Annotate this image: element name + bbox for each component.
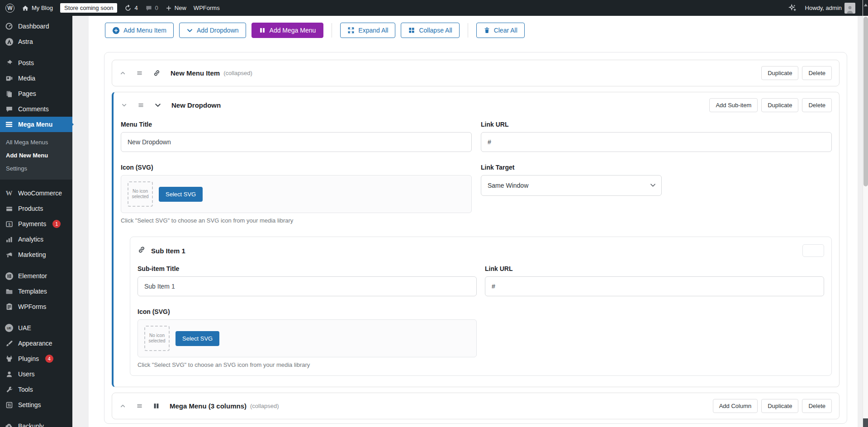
comment-count: 0 xyxy=(155,5,158,11)
sidebar-item-plugins[interactable]: Plugins 4 xyxy=(0,351,72,366)
collapse-toggle-icon[interactable] xyxy=(119,70,126,76)
add-dropdown-button[interactable]: Add Dropdown xyxy=(179,23,246,38)
store-coming-soon-badge[interactable]: Store coming soon xyxy=(60,3,117,13)
sidebar-item-dashboard[interactable]: Dashboard xyxy=(0,19,72,34)
collapse-all-button[interactable]: Collapse All xyxy=(401,23,459,38)
site-name-link[interactable]: My Blog xyxy=(22,5,53,12)
sidebar-item-uae[interactable]: UE UAE xyxy=(0,320,72,336)
wpforms-bar-label: WPForms xyxy=(194,5,220,11)
sparkle-icon[interactable] xyxy=(788,3,798,13)
wordpress-logo-icon[interactable]: W xyxy=(5,4,14,13)
sidebar-item-templates[interactable]: Templates xyxy=(0,284,72,299)
sidebar-item-comments[interactable]: Comments xyxy=(0,101,72,117)
sidebar-item-settings[interactable]: Settings xyxy=(0,397,72,413)
no-icon-placeholder: No icon selected xyxy=(144,326,170,351)
sub-item-empty-button[interactable] xyxy=(802,244,824,257)
link-target-select[interactable]: Same Window xyxy=(481,175,662,196)
sub-item-title-input[interactable] xyxy=(138,276,477,296)
users-icon xyxy=(5,370,14,379)
sidebar-item-label: Backuply xyxy=(18,422,44,427)
submenu-settings[interactable]: Settings xyxy=(0,162,72,175)
duplicate-button[interactable]: Duplicate xyxy=(761,98,798,112)
sidebar-item-analytics[interactable]: Analytics xyxy=(0,232,72,247)
sidebar-item-marketing[interactable]: Marketing xyxy=(0,247,72,262)
pages-icon xyxy=(5,89,14,98)
sidebar-item-elementor[interactable]: Elementor xyxy=(0,268,72,284)
sidebar-item-label: Elementor xyxy=(18,272,47,280)
sidebar-item-woocommerce[interactable]: W WooCommerce xyxy=(0,185,72,201)
wpforms-icon xyxy=(5,302,14,311)
updates-link[interactable]: 4 xyxy=(124,5,138,12)
sidebar-item-media[interactable]: Media xyxy=(0,71,72,86)
link-url-label: Link URL xyxy=(481,121,832,128)
sidebar-item-wpforms[interactable]: WPForms xyxy=(0,299,72,314)
main-content: Add Menu Item Add Dropdown Add Mega Menu… xyxy=(72,16,863,427)
add-sub-item-button[interactable]: Add Sub-item xyxy=(709,98,758,112)
new-label: New xyxy=(175,5,186,11)
delete-button[interactable]: Delete xyxy=(802,399,832,413)
sidebar-item-tools[interactable]: Tools xyxy=(0,382,72,397)
toolbar-divider xyxy=(332,23,332,38)
wpforms-bar-link[interactable]: WPForms xyxy=(194,5,220,11)
comments-link[interactable]: 0 xyxy=(145,5,158,12)
clear-all-button[interactable]: Clear All xyxy=(476,23,525,38)
pushpin-icon xyxy=(5,58,14,67)
sidebar-item-users[interactable]: Users xyxy=(0,366,72,382)
sidebar-item-label: UAE xyxy=(18,324,31,332)
select-svg-button[interactable]: Select SVG xyxy=(159,187,203,202)
scrollbar-up-arrow[interactable] xyxy=(863,0,868,16)
sidebar-item-appearance[interactable]: Appearance xyxy=(0,336,72,351)
drag-handle-icon[interactable] xyxy=(136,70,143,76)
chevron-down-icon xyxy=(186,27,193,34)
svg-text:$: $ xyxy=(8,222,10,226)
trash-icon xyxy=(484,27,490,34)
sidebar-item-label: WPForms xyxy=(18,303,46,310)
submenu-add-new-menu[interactable]: Add New Menu xyxy=(0,149,72,162)
howdy-admin-link[interactable]: Howdy, admin xyxy=(805,3,855,14)
collapse-toggle-icon[interactable] xyxy=(121,102,128,109)
duplicate-button[interactable]: Duplicate xyxy=(761,399,798,413)
page-scrollbar[interactable] xyxy=(863,0,868,427)
sidebar-item-label: Astra xyxy=(18,38,33,45)
link-url-input[interactable] xyxy=(481,132,832,152)
sidebar-item-products[interactable]: Products xyxy=(0,201,72,216)
duplicate-button[interactable]: Duplicate xyxy=(761,66,798,80)
delete-button[interactable]: Delete xyxy=(802,98,832,112)
sidebar-item-mega-menu[interactable]: Mega Menu xyxy=(0,117,72,132)
sidebar-item-backuply[interactable]: Backuply xyxy=(0,418,72,427)
sidebar-item-pages[interactable]: Pages xyxy=(0,86,72,101)
sidebar-item-astra[interactable]: Astra xyxy=(0,34,72,49)
menu-title-input[interactable] xyxy=(121,132,472,152)
sidebar-item-label: Settings xyxy=(18,401,41,408)
drag-handle-icon[interactable] xyxy=(138,102,144,109)
sidebar-item-payments[interactable]: $ Payments 1 xyxy=(0,216,72,232)
sidebar-item-posts[interactable]: Posts xyxy=(0,55,72,71)
icon-picker-box: No icon selected Select SVG xyxy=(121,175,472,213)
woocommerce-icon: W xyxy=(5,189,14,198)
expand-all-button[interactable]: Expand All xyxy=(340,23,395,38)
new-content-link[interactable]: New xyxy=(166,5,186,11)
add-column-button[interactable]: Add Column xyxy=(713,399,758,413)
menu-item-state: (collapsed) xyxy=(223,70,252,76)
payments-badge: 1 xyxy=(52,220,61,228)
collapse-toggle-icon[interactable] xyxy=(119,403,126,409)
builder-toolbar: Add Menu Item Add Dropdown Add Mega Menu… xyxy=(89,16,858,38)
analytics-icon xyxy=(5,235,14,244)
link-target-label: Link Target xyxy=(481,164,832,171)
sub-item-link-url-input[interactable] xyxy=(485,276,824,296)
update-count: 4 xyxy=(134,5,138,11)
sidebar-item-label: Analytics xyxy=(18,236,43,243)
sidebar-item-label: Plugins xyxy=(18,355,39,362)
delete-button[interactable]: Delete xyxy=(802,66,832,80)
plus-circle-icon xyxy=(112,27,120,34)
sub-item-link-url-label: Link URL xyxy=(485,265,824,272)
sidebar-item-label: Media xyxy=(18,75,35,82)
add-mega-menu-button[interactable]: Add Mega Menu xyxy=(251,23,324,38)
sidebar-item-label: Products xyxy=(18,205,43,212)
submenu-all-mega-menus[interactable]: All Mega Menus xyxy=(0,136,72,149)
select-svg-button[interactable]: Select SVG xyxy=(175,331,219,346)
drag-handle-icon[interactable] xyxy=(136,403,143,409)
add-menu-item-button[interactable]: Add Menu Item xyxy=(105,23,174,38)
scrollbar-thumb[interactable] xyxy=(863,17,868,186)
sidebar-item-label: Comments xyxy=(18,105,49,113)
